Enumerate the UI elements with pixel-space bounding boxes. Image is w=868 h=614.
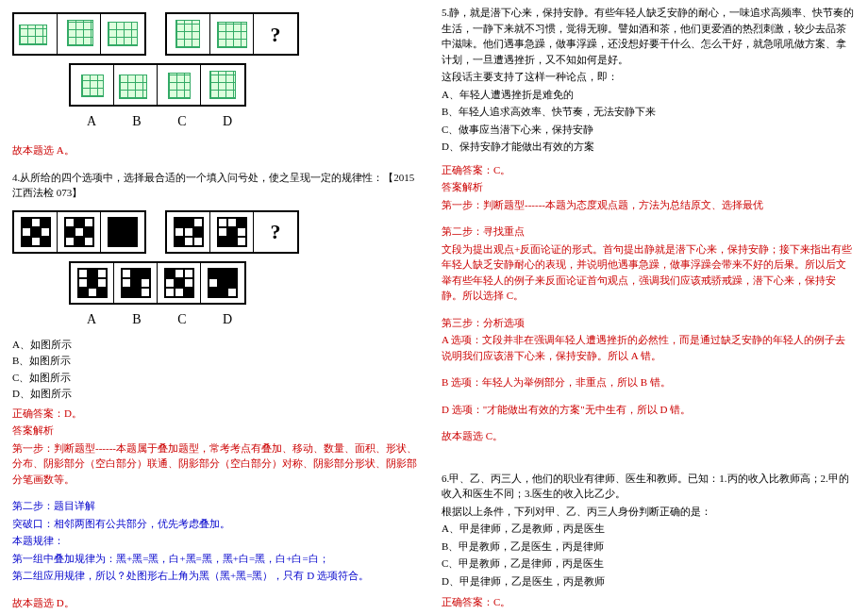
- puzzle-1-labels: A B C D: [69, 111, 426, 131]
- label-b2: B: [114, 309, 159, 329]
- label-d2: D: [205, 309, 250, 329]
- q4-rule1: 第一组中叠加规律为：黑+黑=黑，白+黑=黑，黑+白=黑，白+白=白；: [12, 551, 426, 567]
- q6-d: D、甲是律师，乙是医生，丙是教师: [442, 573, 856, 589]
- q5-answer: 正确答案：C。: [442, 162, 856, 178]
- puzzle-1-image: A B C D: [12, 12, 426, 131]
- label-a: A: [69, 111, 114, 131]
- q4-opt-a: A、如图所示: [12, 337, 426, 353]
- q6-c: C、甲是教师，乙是律师，丙是医生: [442, 556, 856, 572]
- q3-answer: 故本题选 A。: [12, 142, 426, 158]
- q4-options: A、如图所示 B、如图所示 C、如图所示 D、如图所示: [12, 337, 426, 402]
- q5-c: C、做事应当潜下心来，保持安静: [442, 122, 856, 138]
- puzzle-2-answers: [69, 261, 246, 305]
- q5-b-analysis: B 选项：年轻人为举例部分，非重点，所以 B 错。: [442, 374, 856, 390]
- q5-step2-label: 第二步：寻找重点: [442, 224, 856, 240]
- q6-q: 根据以上条件，下列对甲、乙、丙三人身份判断正确的是：: [442, 504, 856, 520]
- puzzle-2-right-group: [165, 210, 299, 254]
- q4-final: 故本题选 D。: [12, 595, 426, 611]
- puzzle-1-answers: [69, 63, 246, 107]
- label-d: D: [205, 111, 250, 131]
- q4-answer: 正确答案：D。: [12, 406, 426, 422]
- right-column: 5.静，就是潜下心来，保持安静。有些年轻人缺乏安静的耐心，一味追求高频率、快节奏…: [434, 5, 863, 609]
- q4-step2-label: 第二步：题目详解: [12, 498, 426, 514]
- q4-breach: 突破口：相邻两图有公共部分，优先考虑叠加。: [12, 516, 426, 532]
- puzzle-2-image: A B C D: [12, 210, 426, 329]
- q5-b: B、年轻人追求高效率、快节奏，无法安静下来: [442, 104, 856, 120]
- q6-a: A、甲是律师，乙是教师，丙是医生: [442, 521, 856, 537]
- q5-d: D、保持安静才能做出有效的方案: [442, 139, 856, 155]
- q5-step2: 文段为提出观点+反面论证的形式。首句提出静就是潜下心来，保持安静；接下来指出有些…: [442, 241, 856, 304]
- q5-stem: 5.静，就是潜下心来，保持安静。有些年轻人缺乏安静的耐心，一味追求高频率、快节奏…: [442, 5, 856, 67]
- puzzle-1-right-group: [165, 12, 299, 56]
- q5-analysis: 答案解析: [442, 179, 856, 195]
- q6-stem: 6.甲、乙、丙三人，他们的职业有律师、医生和教师。已知：1.丙的收入比教师高；2…: [442, 471, 856, 502]
- q5-d-analysis: D 选项："才能做出有效的方案"无中生有，所以 D 错。: [442, 402, 856, 418]
- q5-final: 故本题选 C。: [442, 428, 856, 444]
- q5-a-analysis: A 选项：文段并非在强调年轻人遭遇挫折的必然性，而是通过缺乏安静的年轻人的例子去…: [442, 332, 856, 363]
- puzzle-1-question: [254, 14, 297, 54]
- puzzle-2-labels: A B C D: [69, 309, 426, 329]
- q5-step1: 第一步：判断题型------本题为态度观点题，方法为总结原文、选择最优: [442, 197, 856, 213]
- q4-rule-label: 本题规律：: [12, 533, 426, 549]
- label-c: C: [159, 111, 205, 131]
- q4-stem: 4.从所给的四个选项中，选择最合适的一个填入问号处，使之呈现一定的规律性：【20…: [12, 170, 426, 201]
- q5-step3-label: 第三步：分析选项: [442, 315, 856, 331]
- puzzle-1-left-group: [12, 12, 146, 56]
- q4-opt-d: D、如图所示: [12, 386, 426, 402]
- label-b: B: [114, 111, 159, 131]
- label-a2: A: [69, 309, 114, 329]
- q4-step1: 第一步：判断题型------本题属于叠加题型，常考考点有叠加、移动、数量、面积、…: [12, 440, 426, 488]
- q6-answer: 正确答案：C。: [442, 594, 856, 610]
- q4-opt-b: B、如图所示: [12, 353, 426, 369]
- q4-analysis-label: 答案解析: [12, 423, 426, 439]
- q4-rule2: 第二组应用规律，所以？处图形右上角为黑（黑+黑=黑），只有 D 选项符合。: [12, 568, 426, 584]
- q4-opt-c: C、如图所示: [12, 370, 426, 386]
- q5-stem2: 这段话主要支持了这样一种论点，即：: [442, 69, 856, 85]
- puzzle-2-question: [254, 212, 297, 252]
- label-c2: C: [159, 309, 205, 329]
- left-column: A B C D 故本题选 A。 4.从所给的四个选项中，选择最合适的一个填入问号…: [5, 5, 434, 609]
- q5-a: A、年轻人遭遇挫折是难免的: [442, 87, 856, 103]
- puzzle-2-left-group: [12, 210, 146, 254]
- q6-b: B、甲是教师，乙是医生，丙是律师: [442, 539, 856, 555]
